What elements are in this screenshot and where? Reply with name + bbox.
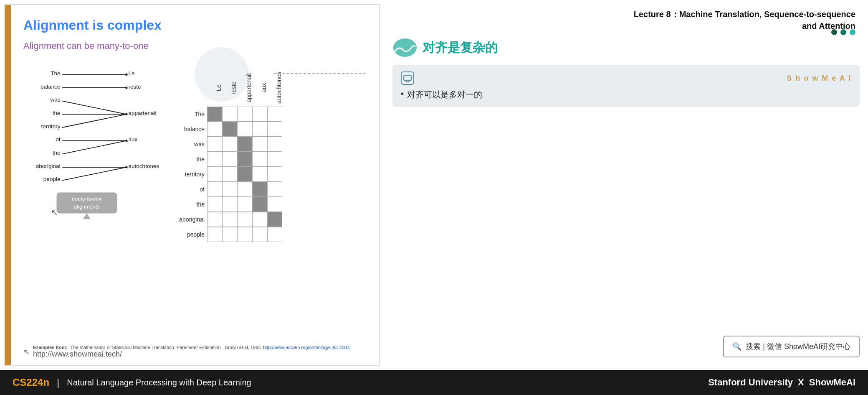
bottom-right: Stanford University X ShowMeAI [708, 377, 855, 388]
citation-link[interactable]: http://www.aclweb.org/anthology/J93-2003 [263, 345, 349, 350]
slide-title: Alignment is complex [23, 18, 367, 33]
svg-text:aux: aux [128, 136, 137, 143]
table-row: people [174, 227, 282, 242]
dot-3 [850, 29, 855, 35]
alignment-svg: The balance was the territory of the abo… [23, 64, 165, 223]
svg-text:many-to-one: many-to-one [72, 196, 101, 202]
subtitle-highlight: many-to-one [97, 41, 149, 51]
search-text: 搜索 | 微信 ShowMeAI研究中心 [746, 341, 850, 352]
footer-url: http://www.showmeai.tech/ [33, 350, 122, 358]
svg-text:of: of [56, 136, 61, 143]
lecture-title: Lecture 8：Machine Translation, Sequence-… [634, 4, 860, 32]
table-row: the [174, 197, 282, 212]
citation-prefix: Examples from: [33, 345, 68, 350]
ai-card-header: S h o w M e A I [401, 71, 851, 85]
col-header-le: Le [207, 68, 222, 106]
cursor-icon: ↖ [23, 347, 30, 357]
svg-line-18 [62, 114, 127, 127]
svg-text:aboriginal: aboriginal [36, 163, 61, 169]
svg-point-26 [125, 140, 127, 142]
table-row: territory [174, 167, 282, 182]
bottom-bar: CS224n | Natural Language Processing wit… [0, 370, 868, 395]
slide-footer: ↖ Examples from: "The Mathematics of Sta… [23, 345, 375, 359]
table-row: balance [174, 122, 282, 137]
svg-text:The: The [51, 70, 60, 76]
cs224n-label: CS224n [13, 377, 49, 388]
table-row: the [174, 152, 282, 167]
subtitle-plain: Alignment can be [23, 41, 97, 51]
dot-1 [831, 29, 837, 35]
grid-container: Le reste appartenait aux autochtones The [174, 68, 282, 242]
svg-text:appartenait: appartenait [128, 110, 157, 116]
svg-text:autochtones: autochtones [128, 163, 159, 169]
svg-text:balance: balance [40, 84, 61, 90]
svg-text:people: people [43, 176, 61, 182]
svg-point-24 [125, 87, 127, 89]
course-name: Natural Language Processing with Deep Le… [67, 378, 251, 387]
table-row: aboriginal [174, 212, 282, 227]
bullet-dot: • [401, 89, 404, 100]
alignment-diagram: The balance was the territory of the abo… [23, 64, 367, 242]
col-header-aux: aux [252, 68, 267, 106]
showmeai-label: S h o w M e A I [787, 74, 851, 83]
divider: | [57, 377, 59, 388]
search-box[interactable]: 🔍 搜索 | 微信 ShowMeAI研究中心 [723, 336, 860, 357]
svg-text:was: was [50, 97, 60, 103]
table-row: of [174, 182, 282, 197]
column-headers: Le reste appartenait aux autochtones [207, 68, 282, 106]
svg-point-23 [125, 74, 127, 76]
grid-section: Le reste appartenait aux autochtones The [174, 68, 282, 242]
slide-subtitle: Alignment can be many-to-one [23, 41, 367, 51]
dot-2 [840, 29, 846, 35]
bottom-left: CS224n | Natural Language Processing wit… [13, 377, 251, 388]
lecture-header-section: Lecture 8：Machine Translation, Sequence-… [392, 4, 860, 58]
ai-card: S h o w M e A I • 对齐可以是多对一的 [392, 65, 860, 107]
svg-point-25 [125, 113, 127, 115]
col-header-appartenait: appartenait [237, 68, 252, 106]
svg-rect-28 [57, 193, 117, 214]
grid-rows: The balanc [174, 107, 282, 242]
word-alignment-section: The balance was the territory of the abo… [23, 64, 157, 224]
x-separator: X [798, 377, 804, 388]
svg-line-20 [62, 141, 127, 154]
svg-text:reste: reste [128, 84, 141, 90]
svg-text:Le: Le [128, 70, 134, 76]
svg-point-27 [125, 166, 127, 168]
right-panel: Lecture 8：Machine Translation, Sequence-… [384, 0, 868, 370]
table-row: The [174, 107, 282, 122]
showmeai-bottom-label: ShowMeAI [809, 377, 855, 388]
svg-point-33 [393, 38, 417, 57]
svg-marker-31 [83, 213, 91, 219]
slide-left-bar [5, 5, 11, 365]
stanford-label: Stanford University [708, 377, 793, 388]
chinese-title: 对齐是复杂的 [423, 39, 498, 56]
svg-text:the: the [53, 110, 61, 116]
svg-text:alignments: alignments [74, 204, 99, 210]
ai-card-text: 对齐可以是多对一的 [407, 89, 482, 100]
svg-text:territory: territory [41, 123, 61, 130]
svg-line-22 [62, 167, 127, 181]
svg-line-16 [62, 101, 127, 115]
chinese-title-section: 对齐是复杂的 [392, 37, 860, 58]
dots-row [831, 29, 860, 35]
citation-text: "The Mathematics of Statistical Machine … [69, 345, 263, 350]
search-icon: 🔍 [732, 342, 741, 351]
table-row: was [174, 137, 282, 152]
wave-icon [392, 37, 418, 58]
svg-text:the: the [53, 150, 61, 156]
slide-container: Alignment is complex Alignment can be ma… [4, 4, 380, 366]
dashed-line [274, 73, 366, 74]
col-header-reste: reste [222, 68, 237, 106]
ai-card-content: • 对齐可以是多对一的 [401, 89, 851, 100]
svg-text:↖: ↖ [51, 208, 58, 217]
svg-rect-34 [404, 75, 411, 81]
ai-icon [401, 71, 414, 85]
